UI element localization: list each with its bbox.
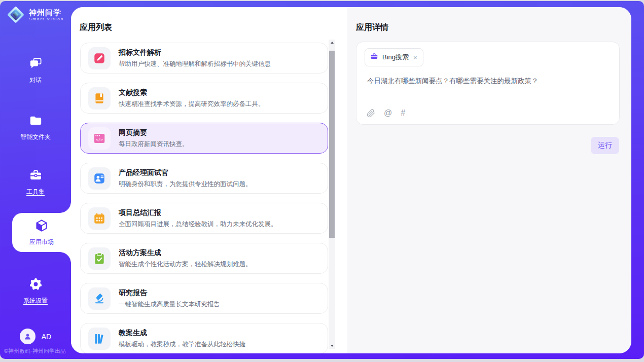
app-card-description: 快速精准查找学术资源，提高研究效率的必备工具。 <box>119 100 265 108</box>
microscope-icon <box>88 287 111 310</box>
books-icon <box>88 328 111 350</box>
app-card-description: 明确身份和职责，为您提供专业性的面试问题。 <box>119 180 252 189</box>
app-card-texts: 产品经理面试官明确身份和职责，为您提供专业性的面试问题。 <box>119 168 252 189</box>
clipboard-check-icon <box>88 247 111 270</box>
interviewer-icon <box>88 167 111 190</box>
app-card-title: 教案生成 <box>119 329 245 338</box>
run-row: 运行 <box>347 137 619 154</box>
user-name: AD <box>42 333 51 341</box>
logo-subtitle: Smart Vision <box>29 17 64 22</box>
sidebar-item-label: 系统设置 <box>23 297 48 305</box>
app-logo: 神州问学 Smart Vision <box>7 6 64 23</box>
query-input[interactable]: 今日湖北有哪些新闻要点？有哪些需要关注的最新政策？ <box>367 77 609 86</box>
app-card-list: 招标文件解析帮助用户快速、准确地理解和解析招标书中的关键信息文献搜索快速精准查找… <box>80 43 328 353</box>
app-card[interactable]: 研究报告一键智能生成高质量长文本研究报告 <box>80 283 328 314</box>
composer-toolbar: @ # <box>367 108 405 118</box>
sidebar-item-settings[interactable]: 系统设置 <box>0 277 71 305</box>
run-button[interactable]: 运行 <box>591 137 619 154</box>
app-list-title: 应用列表 <box>80 22 112 33</box>
svg-text:</>: </> <box>96 137 103 142</box>
app-card-title: 网页摘要 <box>119 128 189 137</box>
user-avatar-icon <box>20 329 35 344</box>
app-card-title: 产品经理面试官 <box>119 168 252 177</box>
browser-code-icon: </> <box>88 127 111 150</box>
triangle-up-icon <box>331 42 334 44</box>
app-card-texts: 活动方案生成智能生成个性化活动方案，轻松解决规划难题。 <box>119 248 252 269</box>
user-account[interactable]: AD <box>0 329 71 344</box>
app-card-description: 每日政府新闻资讯快查。 <box>119 140 189 149</box>
app-card-description: 帮助用户快速、准确地理解和解析招标书中的关键信息 <box>119 60 271 68</box>
app-list-scrollbar[interactable] <box>329 40 335 349</box>
prompt-composer[interactable]: Bing搜索 × 今日湖北有哪些新闻要点？有哪些需要关注的最新政策？ @ # <box>356 42 620 125</box>
app-card[interactable]: 招标文件解析帮助用户快速、准确地理解和解析招标书中的关键信息 <box>80 43 328 74</box>
app-detail-title: 应用详情 <box>356 22 388 33</box>
logo-title: 神州问学 <box>29 8 64 17</box>
briefcase-icon <box>370 52 378 62</box>
logo-text: 神州问学 Smart Vision <box>29 8 64 22</box>
close-icon[interactable]: × <box>413 54 418 61</box>
logo-diamond-icon <box>7 6 24 23</box>
sidebar-item-label: 对话 <box>29 76 42 85</box>
folder-icon <box>29 114 43 129</box>
app-card-title: 活动方案生成 <box>119 248 252 258</box>
sidebar-item-chat[interactable]: 对话 <box>0 57 71 85</box>
main-content: 应用列表 招标文件解析帮助用户快速、准确地理解和解析招标书中的关键信息文献搜索快… <box>71 7 631 353</box>
edit-square-icon <box>88 47 111 69</box>
app-card-description: 模板驱动，教案秒成，教学准备从此轻松快捷 <box>119 340 245 349</box>
scroll-up-button[interactable] <box>329 40 335 46</box>
triangle-down-icon <box>331 345 334 347</box>
app-card-description: 一键智能生成高质量长文本研究报告 <box>119 300 220 309</box>
calendar-icon <box>88 207 111 230</box>
tool-tag-label: Bing搜索 <box>382 53 409 62</box>
scroll-down-button[interactable] <box>329 343 335 349</box>
mention-icon[interactable]: @ <box>384 108 392 118</box>
app-card[interactable]: 活动方案生成智能生成个性化活动方案，轻松解决规划难题。 <box>80 243 328 274</box>
app-list-panel: 应用列表 招标文件解析帮助用户快速、准确地理解和解析招标书中的关键信息文献搜索快… <box>71 7 347 353</box>
app-card-texts: 招标文件解析帮助用户快速、准确地理解和解析招标书中的关键信息 <box>119 48 271 68</box>
app-card[interactable]: 项目总结汇报全面回顾项目进展，总结经验教训，助力未来优化发展。 <box>80 203 328 234</box>
sidebar-item-label: 工具集 <box>26 188 45 196</box>
app-card-texts: 网页摘要每日政府新闻资讯快查。 <box>119 128 189 149</box>
attachment-icon[interactable] <box>367 109 375 118</box>
app-card-title: 文献搜索 <box>119 88 265 97</box>
topic-icon[interactable]: # <box>401 108 405 118</box>
book-icon <box>88 87 111 110</box>
app-card[interactable]: </>网页摘要每日政府新闻资讯快查。 <box>80 123 328 154</box>
app-detail-panel: 应用详情 Bing搜索 × 今日湖北有哪些新闻要点？有哪些需要关注的最新政策？ <box>347 7 631 353</box>
sidebar-item-smart-folder[interactable]: 智能文件夹 <box>0 114 71 141</box>
app-card-title: 项目总结汇报 <box>119 208 277 218</box>
cube-icon <box>34 219 49 235</box>
scrollbar-thumb[interactable] <box>329 51 335 238</box>
app-card-texts: 教案生成模板驱动，教案秒成，教学准备从此轻松快捷 <box>119 329 245 349</box>
app-card-texts: 项目总结汇报全面回顾项目进展，总结经验教训，助力未来优化发展。 <box>119 208 277 229</box>
app-card-description: 智能生成个性化活动方案，轻松解决规划难题。 <box>119 260 252 269</box>
sidebar-item-label: 应用市场 <box>29 238 54 246</box>
app-card-texts: 研究报告一键智能生成高质量长文本研究报告 <box>119 288 220 309</box>
app-card[interactable]: 产品经理面试官明确身份和职责，为您提供专业性的面试问题。 <box>80 163 328 194</box>
gear-icon <box>29 277 43 293</box>
copyright-text: ©神州数码·神州问学出品 <box>4 348 75 355</box>
sidebar-item-toolset[interactable]: 工具集 <box>0 168 71 196</box>
sidebar: 神州问学 Smart Vision 对话 智能文件夹 <box>0 1 71 359</box>
chat-icon <box>29 57 43 73</box>
app-card-description: 全面回顾项目进展，总结经验教训，助力未来优化发展。 <box>119 220 277 229</box>
app-card-texts: 文献搜索快速精准查找学术资源，提高研究效率的必备工具。 <box>119 88 265 108</box>
app-card[interactable]: 教案生成模板驱动，教案秒成，教学准备从此轻松快捷 <box>80 323 328 353</box>
toolbox-icon <box>29 168 43 184</box>
app-card-title: 研究报告 <box>119 288 220 298</box>
app-frame: 神州问学 Smart Vision 对话 智能文件夹 <box>0 1 644 359</box>
sidebar-item-label: 智能文件夹 <box>20 133 51 141</box>
app-card-title: 招标文件解析 <box>119 48 271 57</box>
app-card[interactable]: 文献搜索快速精准查找学术资源，提高研究效率的必备工具。 <box>80 83 328 114</box>
sidebar-item-app-market[interactable]: 应用市场 <box>12 213 71 252</box>
tool-tag-bing-search[interactable]: Bing搜索 × <box>365 48 423 66</box>
